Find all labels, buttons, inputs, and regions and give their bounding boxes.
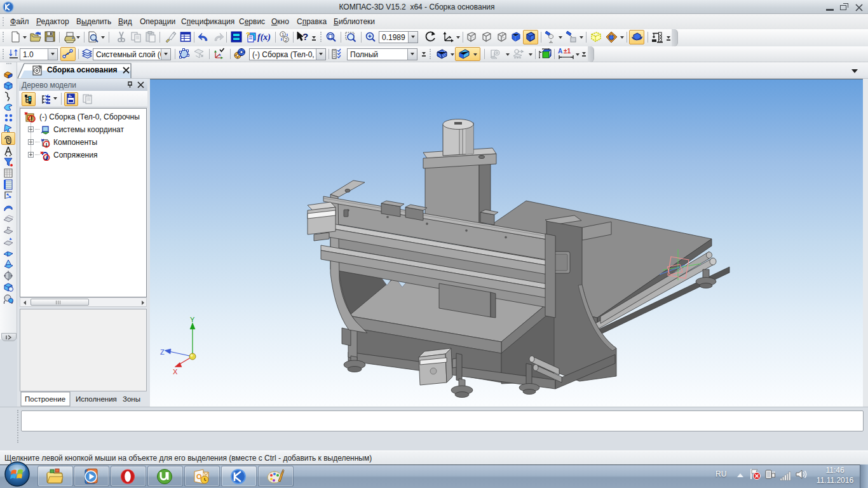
svg-text:Y: Y	[190, 316, 195, 323]
svg-text:Зоны: Зоны	[123, 395, 140, 403]
svg-text:2: 2	[285, 37, 288, 43]
svg-text:Z: Z	[160, 348, 165, 356]
svg-text:!: !	[46, 155, 48, 161]
svg-text:?: ?	[246, 31, 250, 39]
svg-text:Исполнения: Исполнения	[76, 395, 117, 403]
svg-text:A: A	[558, 48, 562, 55]
svg-text:Построение: Построение	[25, 395, 65, 403]
svg-text:±1: ±1	[564, 48, 571, 55]
svg-text:!: !	[46, 142, 48, 148]
svg-text:X: X	[173, 368, 178, 376]
svg-text:?: ?	[302, 31, 308, 42]
svg-text:O: O	[196, 473, 202, 480]
